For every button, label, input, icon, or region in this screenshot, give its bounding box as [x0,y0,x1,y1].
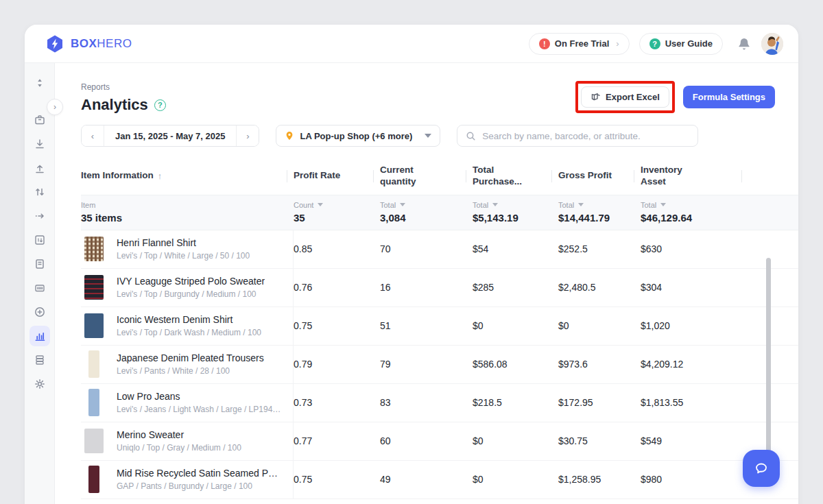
agg-dropdown-icon [578,203,584,206]
total-purchase-value: $218.5 [473,384,558,422]
inventory-asset-value: $549 [641,422,742,460]
sort-handle-icon[interactable] [29,73,50,93]
export-excel-button[interactable]: Export Excel [581,86,669,108]
dropdown-caret-icon [425,134,431,138]
free-trial-button[interactable]: ! On Free Trial › [529,33,630,55]
gross-profit-value: $252.5 [558,230,641,268]
item-name: Japanese Denim Pleated Trousers [117,352,264,363]
column-gross-profit[interactable]: Gross Profit [558,158,641,195]
user-guide-label: User Guide [665,38,713,49]
gross-profit-value: $2,480.5 [558,269,641,307]
column-total-purchase[interactable]: Total Purchase... [473,158,558,195]
export-icon [591,92,601,102]
gross-profit-value: $172.95 [558,384,641,422]
profit-rate-value: 0.75 [294,461,380,499]
brand-logo[interactable]: BOXHERO [45,34,132,53]
item-attributes: Levi's / Pants / White / 28 / 100 [117,366,264,376]
boxhero-logo-icon [45,34,64,53]
current-quantity-value: 51 [380,307,473,345]
transactions-icon[interactable] [29,230,50,250]
total-purchase-value: $0 [473,422,558,460]
stock-out-icon[interactable] [29,158,50,178]
date-range-label[interactable]: Jan 15, 2025 - May 7, 2025 [104,125,237,146]
date-prev-button[interactable]: ‹ [82,125,104,146]
gross-profit-value: $0 [558,307,641,345]
item-image [81,349,107,379]
agg-dropdown-icon [400,203,405,206]
search-input[interactable] [482,131,689,141]
item-thumbnail [84,429,104,453]
item-attributes: Uniqlo / Top / Gray / Medium / 100 [117,443,241,453]
sidebar-expand-button[interactable]: › [47,99,63,115]
item-name: Iconic Western Denim Shirt [117,314,261,325]
profit-rate-value: 0.79 [294,346,380,383]
item-thumbnail [88,389,99,416]
inventory-asset-value: $304 [641,269,742,307]
current-quantity-value: 70 [380,230,473,268]
item-thumbnail [88,350,99,378]
table-row[interactable]: Japanese Denim Pleated Trousers Levi's /… [81,346,798,384]
chat-support-button[interactable] [743,450,780,487]
table-row[interactable]: Iconic Western Denim Shirt Levi's / Top … [81,307,798,346]
column-inventory-asset[interactable]: Inventory Asset [641,158,742,195]
item-image [81,387,107,418]
summary-gross-profit: Total $14,441.79 [558,195,641,230]
item-image [81,426,107,456]
user-guide-button[interactable]: ? User Guide [639,33,723,55]
current-quantity-value: 16 [380,269,473,307]
item-attributes: Levi's / Top / Dark Wash / Medium / 100 [117,328,261,337]
notification-bell-icon[interactable] [737,36,752,51]
formula-settings-button[interactable]: Formula Settings [683,86,775,108]
add-circle-icon[interactable] [29,302,50,322]
sort-asc-icon: ↑ [158,171,163,182]
items-box-icon[interactable] [29,110,50,130]
trial-label: On Free Trial [555,38,609,49]
chat-bubble-icon [752,459,770,477]
main-content: Reports Analytics ? Export Excel Formula… [55,63,798,504]
app-window: BOXHERO ! On Free Trial › ? User Guide [25,25,798,504]
current-quantity-value: 79 [380,346,473,383]
item-thumbnail [84,237,104,261]
location-filter[interactable]: LA Pop-up Shop (+6 more) [276,125,440,147]
profit-rate-value: 0.73 [294,384,380,422]
summary-quantity: Total 3,084 [380,195,473,230]
table-row[interactable]: Merino Sweater Uniqlo / Top / Gray / Med… [81,422,798,461]
agg-dropdown-icon [318,203,323,206]
analytics-icon[interactable] [29,326,50,346]
vertical-scrollbar[interactable] [766,258,771,472]
item-attributes: Levi's / Jeans / Light Wash / Large / LP… [117,405,282,414]
adjust-icon[interactable] [29,182,50,202]
profit-rate-value: 0.85 [294,230,380,268]
user-avatar[interactable] [761,33,783,55]
column-profit-rate[interactable]: Profit Rate [294,158,380,195]
profit-rate-value: 0.75 [294,307,380,345]
inventory-asset-value: $1,813.55 [641,384,742,422]
gross-profit-value: $1,258.95 [558,461,641,499]
item-thumbnail [84,275,104,300]
date-next-button[interactable]: › [237,125,259,146]
topbar: BOXHERO ! On Free Trial › ? User Guide [25,25,798,63]
history-list-icon[interactable] [29,254,50,274]
table-row[interactable]: Low Pro Jeans Levi's / Jeans / Light Was… [81,384,798,422]
analytics-help-icon[interactable]: ? [154,99,166,111]
stock-in-icon[interactable] [29,134,50,154]
column-current-quantity[interactable]: Current quantity [380,158,473,195]
table-row[interactable]: IVY Leaguge Striped Polo Sweater Levi's … [81,269,798,307]
settings-gear-icon[interactable] [29,374,50,394]
total-purchase-value: $0 [473,307,558,345]
table-row[interactable]: Mid Rise Recycled Satin Seamed Pants GAP… [81,461,798,499]
item-image [81,311,107,341]
search-field[interactable] [457,125,698,147]
data-center-icon[interactable] [29,350,50,370]
inventory-asset-value: $980 [641,461,742,499]
current-quantity-value: 60 [380,422,473,460]
inventory-asset-value: $1,020 [641,307,742,345]
move-stock-icon[interactable] [29,206,50,226]
table-row[interactable]: Henri Flannel Shirt Levi's / Top / White… [81,230,798,269]
agg-dropdown-icon [660,203,666,206]
item-thumbnail [84,313,104,338]
barcode-label-icon[interactable] [29,278,50,298]
column-item-information[interactable]: Item Information ↑ [81,158,294,195]
item-name: Mid Rise Recycled Satin Seamed Pants [117,468,282,479]
item-image [81,464,107,494]
